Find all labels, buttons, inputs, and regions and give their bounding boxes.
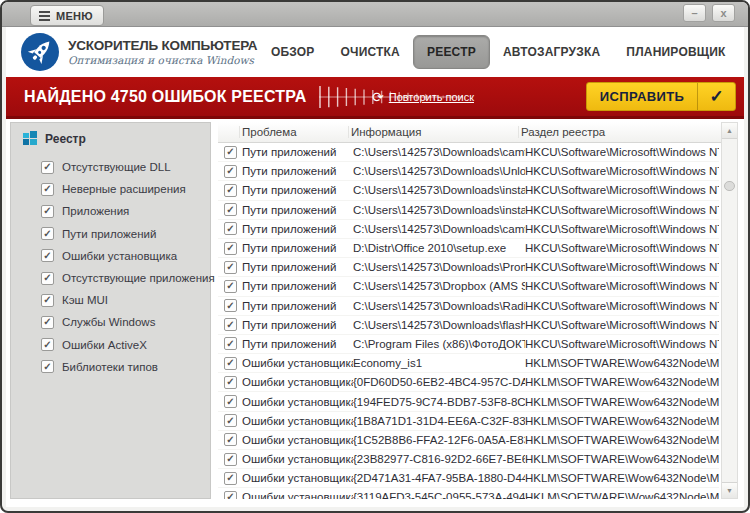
table-row[interactable]: ✓ Ошибки установщика {2D471A31-4FA7-95BA…: [218, 469, 719, 488]
row-checkbox[interactable]: ✓: [224, 242, 237, 255]
minimize-button[interactable]: –: [683, 4, 706, 22]
row-problem: Пути приложений: [242, 184, 353, 196]
check-icon: ✓: [226, 166, 234, 176]
sidebar-filter-item[interactable]: ✓ Пути приложений: [11, 223, 210, 245]
row-registry-key: HKCU\Software\Microsoft\Windows NT\Curr.…: [525, 319, 719, 331]
fix-button[interactable]: ИСПРАВИТЬ ✓: [586, 82, 736, 111]
filter-label: Кэш MUI: [62, 294, 108, 306]
row-checkbox[interactable]: ✓: [224, 376, 237, 389]
row-problem: Пути приложений: [242, 338, 353, 350]
row-info: Economy_is1: [353, 357, 525, 369]
filter-checkbox[interactable]: ✓: [41, 338, 54, 351]
sidebar-filter-item[interactable]: ✓ Ошибки установщика: [11, 245, 210, 267]
table-row[interactable]: ✓ Пути приложений C:\Users\142573\Dropbo…: [218, 277, 719, 296]
row-checkbox[interactable]: ✓: [224, 453, 237, 466]
table-row[interactable]: ✓ Ошибки установщика {1C52B8B6-FFA2-12F6…: [218, 431, 719, 450]
row-checkbox[interactable]: ✓: [224, 261, 237, 274]
row-checkbox[interactable]: ✓: [224, 222, 237, 235]
filter-label: Неверные расширения: [62, 183, 186, 195]
vertical-scrollbar[interactable]: ▲ ▼: [721, 122, 738, 499]
refresh-icon: ⟳: [372, 90, 384, 104]
table-row[interactable]: ✓ Пути приложений D:\Distr\Office 2010\s…: [218, 239, 719, 258]
filter-checkbox[interactable]: ✓: [41, 316, 54, 329]
repeat-search-link[interactable]: ⟳ Повторить поиск: [372, 90, 474, 104]
row-checkbox[interactable]: ✓: [224, 395, 237, 408]
row-checkbox[interactable]: ✓: [224, 318, 237, 331]
close-button[interactable]: x: [712, 4, 735, 22]
filter-checkbox[interactable]: ✓: [41, 249, 54, 262]
nav-tab[interactable]: ОБЗОР: [258, 36, 328, 68]
brand-title: УСКОРИТЕЛЬ КОМПЬЮТЕРА: [68, 38, 246, 53]
row-problem: Ошибки установщика: [242, 415, 353, 427]
filter-checkbox[interactable]: ✓: [41, 360, 54, 373]
row-problem: Ошибки установщика: [242, 396, 353, 408]
row-checkbox[interactable]: ✓: [224, 357, 237, 370]
menu-button-label: МЕНЮ: [56, 10, 93, 22]
filter-checkbox[interactable]: ✓: [41, 205, 54, 218]
fix-button-label: ИСПРАВИТЬ: [587, 89, 697, 104]
row-info: C:\Users\142573\Downloads\install_...: [353, 184, 525, 196]
row-checkbox[interactable]: ✓: [224, 146, 237, 159]
sidebar-filter-item[interactable]: ✓ Службы Windows: [11, 311, 210, 333]
row-checkbox[interactable]: ✓: [224, 472, 237, 485]
row-checkbox[interactable]: ✓: [224, 299, 237, 312]
row-info: C:\Users\142573\Downloads\install_...: [353, 204, 525, 216]
row-checkbox[interactable]: ✓: [224, 414, 237, 427]
sidebar-filter-item[interactable]: ✓ Отсутствующие DLL: [11, 156, 210, 178]
nav-tab[interactable]: РЕЕСТР: [413, 35, 490, 69]
row-checkbox[interactable]: ✓: [224, 203, 237, 216]
nav-tab[interactable]: ОЧИСТКА: [328, 36, 413, 68]
filter-label: Пути приложений: [62, 228, 156, 240]
table-row[interactable]: ✓ Пути приложений C:\Users\142573\Downlo…: [218, 258, 719, 277]
row-checkbox[interactable]: ✓: [224, 165, 237, 178]
row-checkbox[interactable]: ✓: [224, 184, 237, 197]
sidebar-filter-item[interactable]: ✓ Кэш MUI: [11, 289, 210, 311]
table-row[interactable]: ✓ Ошибки установщика {1B8A71D1-31D4-EE6A…: [218, 412, 719, 431]
menu-button[interactable]: МЕНЮ: [30, 5, 104, 26]
filter-label: Библиотеки типов: [62, 361, 158, 373]
check-icon: ✓: [226, 223, 234, 233]
row-checkbox[interactable]: ✓: [224, 337, 237, 350]
titlebar[interactable]: МЕНЮ – x: [2, 2, 748, 27]
table-row[interactable]: ✓ Пути приложений C:\Users\142573\Downlo…: [218, 162, 719, 181]
check-icon: ✓: [43, 250, 51, 260]
filter-checkbox[interactable]: ✓: [41, 227, 54, 240]
nav-tab[interactable]: АВТОЗАГРУЗКА: [490, 36, 613, 68]
column-problem[interactable]: Проблема: [239, 126, 350, 138]
table-row[interactable]: ✓ Ошибки установщика Economy_is1 HKLM\SO…: [218, 354, 719, 373]
filter-checkbox[interactable]: ✓: [41, 183, 54, 196]
nav-tab[interactable]: ПЛАНИРОВЩИК: [613, 36, 738, 68]
errors-found-message: НАЙДЕНО 4750 ОШИБОК РЕЕСТРА: [24, 88, 307, 106]
table-row[interactable]: ✓ Пути приложений C:\Users\142573\Downlo…: [218, 220, 719, 239]
table-row[interactable]: ✓ Ошибки установщика {23B82977-C816-92D2…: [218, 450, 719, 469]
filter-checkbox[interactable]: ✓: [41, 272, 54, 285]
sidebar-filter-item[interactable]: ✓ Библиотеки типов: [11, 356, 210, 378]
scrollbar-thumb[interactable]: [724, 181, 735, 191]
tab-label: ОЧИСТКА: [341, 45, 400, 59]
table-row[interactable]: ✓ Ошибки установщика {0FD60D50-6EB2-4BC4…: [218, 373, 719, 392]
table-row[interactable]: ✓ Пути приложений C:\Users\142573\Downlo…: [218, 316, 719, 335]
row-info: C:\Users\142573\Downloads\flashpl...: [353, 319, 525, 331]
sidebar-filter-item[interactable]: ✓ Приложения: [11, 200, 210, 222]
table-row[interactable]: ✓ Ошибки установщика {3119AFD3-545C-0955…: [218, 488, 719, 499]
table-row[interactable]: ✓ Пути приложений C:\Users\142573\Downlo…: [218, 201, 719, 220]
scroll-down-icon[interactable]: ▼: [722, 482, 737, 498]
table-row[interactable]: ✓ Ошибки установщика {194FED75-9C74-BDB7…: [218, 392, 719, 411]
table-row[interactable]: ✓ Пути приложений C:\Users\142573\Downlo…: [218, 143, 719, 162]
repeat-search-label: Повторить поиск: [389, 91, 474, 103]
column-info[interactable]: Информация: [348, 126, 520, 138]
scroll-up-icon[interactable]: ▲: [722, 123, 737, 139]
column-registry-key[interactable]: Раздел реестра: [518, 126, 719, 138]
row-checkbox[interactable]: ✓: [224, 280, 237, 293]
sidebar-filter-item[interactable]: ✓ Ошибки ActiveX: [11, 334, 210, 356]
sidebar-filter-item[interactable]: ✓ Отсутствующие приложения: [11, 267, 210, 289]
filter-checkbox[interactable]: ✓: [41, 294, 54, 307]
table-row[interactable]: ✓ Пути приложений C:\Users\142573\Downlo…: [218, 181, 719, 200]
row-checkbox[interactable]: ✓: [224, 491, 237, 499]
table-row[interactable]: ✓ Пути приложений C:\Users\142573\Downlo…: [218, 297, 719, 316]
sidebar-filter-item[interactable]: ✓ Неверные расширения: [11, 178, 210, 200]
row-problem: Пути приложений: [242, 319, 353, 331]
table-row[interactable]: ✓ Пути приложений C:\Program Files (x86)…: [218, 335, 719, 354]
filter-checkbox[interactable]: ✓: [41, 161, 54, 174]
row-checkbox[interactable]: ✓: [224, 433, 237, 446]
